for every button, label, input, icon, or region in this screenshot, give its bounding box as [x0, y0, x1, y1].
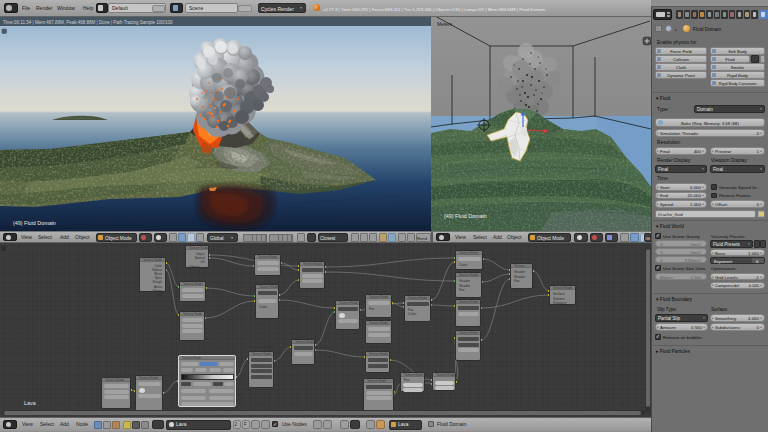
svg-text:(49) Fluid Domain: (49) Fluid Domain: [444, 213, 487, 219]
svg-text:Meters: Meters: [437, 21, 453, 27]
svg-text:(49) Fluid Domain: (49) Fluid Domain: [13, 220, 56, 226]
